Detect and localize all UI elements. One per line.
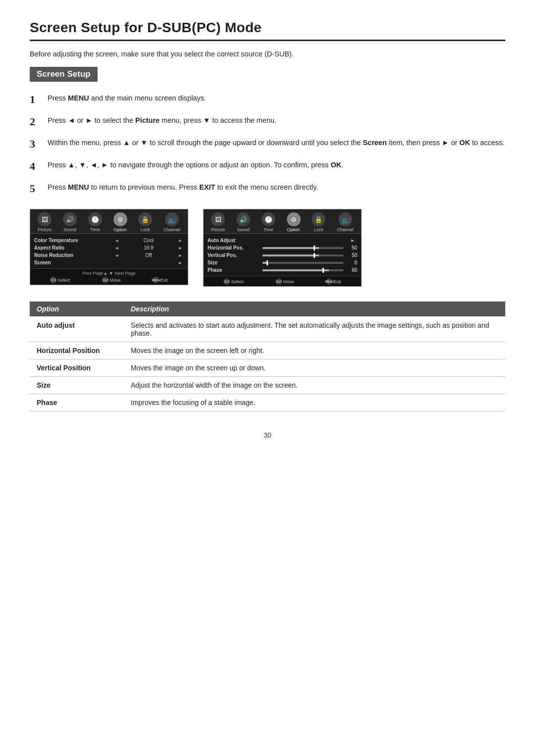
- left-menu-row-3: Screen►: [34, 259, 184, 266]
- table-option-3: Size: [30, 377, 124, 394]
- left-row-arrow-l-1: ◄: [113, 246, 120, 251]
- right-row-val-3: 0: [346, 260, 357, 265]
- icon-label-lock: Lock: [314, 227, 323, 232]
- left-menu-icons: 🖼Picture🔊Sound🕐Time⚙Option🔒Lock📺Channel: [30, 209, 188, 234]
- right-row-label-2: Vertical Pos.: [208, 252, 260, 258]
- menu-icon-channel: 📺Channel: [337, 212, 354, 232]
- step-text-4: Press ▲, ▼, ◄, ► to navigate through the…: [48, 159, 505, 170]
- right-footer-label-1: Move: [283, 279, 294, 284]
- right-row-val-4: 60: [346, 267, 357, 273]
- icon-circle-sound: 🔊: [236, 212, 250, 226]
- icon-circle-time: 🕐: [88, 212, 102, 226]
- left-footer-label-2: Exit: [160, 278, 167, 283]
- right-menu-row-4: Phase60: [208, 266, 357, 274]
- left-menu-box: 🖼Picture🔊Sound🕐Time⚙Option🔒Lock📺Channel …: [30, 209, 188, 285]
- right-row-label-4: Phase: [208, 267, 260, 273]
- menu-icon-channel: 📺Channel: [163, 212, 180, 232]
- right-footer-item-2: MenuExit: [326, 278, 341, 285]
- left-menu-content: Color Temperature◄Cool►Aspect Ratio◄16:9…: [30, 234, 188, 268]
- right-menu-row-0: Auto Adjust►: [208, 237, 357, 244]
- icon-circle-lock: 🔒: [312, 212, 325, 226]
- right-row-fill-4: [263, 269, 329, 271]
- menu-icon-lock: 🔒Lock: [138, 212, 152, 232]
- right-menu-box: 🖼Picture🔊Sound🕐Time⚙Option🔒Lock📺Channel …: [203, 209, 362, 287]
- menu-icon-option: ⚙Option: [113, 212, 127, 232]
- right-row-val-1: 50: [346, 245, 357, 251]
- table-option-1: Horizontal Position: [30, 342, 124, 359]
- step-num-4: 4: [30, 158, 48, 175]
- icon-circle-option: ⚙: [113, 212, 127, 226]
- left-menu-row-2: Noise Reduction◄Off►: [34, 252, 184, 259]
- right-row-label-3: Size: [208, 260, 260, 265]
- table-option-2: Vertical Position: [30, 359, 124, 377]
- title-divider: [30, 40, 505, 41]
- right-row-fill-2: [263, 254, 319, 256]
- step-num-2: 2: [30, 113, 48, 130]
- table-row-0: Auto adjustSelects and activates to star…: [30, 316, 505, 342]
- icon-circle-channel: 📺: [338, 212, 352, 226]
- left-footer-item-1: ⊙⊙Move: [102, 277, 120, 283]
- table-row-2: Vertical PositionMoves the image on the …: [30, 359, 505, 377]
- left-row-arrow-r-1: ►: [177, 246, 184, 251]
- table-desc-2: Moves the image on the screen up or down…: [124, 359, 505, 377]
- step-1: 1Press MENU and the main menu screen dis…: [30, 93, 505, 108]
- right-menu-row-3: Size0: [208, 259, 357, 266]
- right-row-track-3: [263, 262, 343, 264]
- step-text-5: Press MENU to return to previous menu. P…: [48, 182, 505, 193]
- right-row-track-4: [263, 269, 343, 271]
- right-footer-label-2: Exit: [333, 279, 341, 284]
- option-table: Option Description Auto adjustSelects an…: [30, 302, 505, 411]
- table-header-description: Description: [124, 302, 505, 316]
- left-footer-label-1: Move: [109, 278, 120, 283]
- page-number: 30: [30, 431, 505, 439]
- step-4: 4Press ▲, ▼, ◄, ► to navigate through th…: [30, 159, 505, 175]
- menu-icon-sound: 🔊Sound: [63, 212, 77, 232]
- left-footer-item-0: ⊙⊙Select: [50, 277, 70, 283]
- menu-icon-option: ⚙Option: [287, 212, 301, 232]
- icon-circle-sound: 🔊: [63, 212, 77, 226]
- menu-icon-time: 🕐Time: [88, 212, 102, 232]
- left-row-label-0: Color Temperature: [34, 238, 113, 243]
- icon-circle-time: 🕐: [262, 212, 275, 226]
- steps-list: 1Press MENU and the main menu screen dis…: [30, 93, 505, 197]
- left-footer-btn-0: ⊙⊙: [50, 277, 56, 283]
- right-row-track-1: [263, 247, 343, 249]
- left-row-label-3: Screen: [34, 260, 113, 265]
- right-menu-row-2: Vertical Pos.50: [208, 252, 357, 259]
- step-2: 2Press ◄ or ► to select the Picture menu…: [30, 115, 505, 130]
- icon-label-picture: Picture: [38, 227, 52, 232]
- right-row-fill-3: [263, 262, 267, 264]
- menu-icon-time: 🕐Time: [262, 212, 275, 232]
- table-row-4: PhaseImproves the focusing of a stable i…: [30, 394, 505, 411]
- left-row-value-1: 16:9: [120, 245, 177, 251]
- left-menu-row-1: Aspect Ratio◄16:9►: [34, 244, 184, 252]
- left-row-arrow-l-0: ◄: [113, 238, 120, 243]
- step-text-3: Within the menu, press ▲ or ▼ to scroll …: [48, 137, 505, 148]
- table-desc-4: Improves the focusing of a stable image.: [124, 394, 505, 411]
- step-text-1: Press MENU and the main menu screen disp…: [48, 93, 505, 103]
- left-row-value-2: Off: [120, 252, 177, 258]
- menu-icon-picture: 🖼Picture: [211, 212, 225, 232]
- right-footer-controls: ⊙⊙Select⊙⊙MoveMenuExit: [208, 278, 357, 285]
- menu-icon-sound: 🔊Sound: [236, 212, 250, 232]
- right-row-thumb-1: [314, 246, 315, 251]
- left-row-arrow-r-2: ►: [177, 253, 184, 258]
- left-row-label-2: Noise Reduction: [34, 252, 113, 258]
- icon-label-picture: Picture: [211, 227, 225, 232]
- table-option-0: Auto adjust: [30, 316, 124, 342]
- table-desc-3: Adjust the horizontal width of the image…: [124, 377, 505, 394]
- right-footer-item-1: ⊙⊙Move: [275, 278, 294, 285]
- table-desc-0: Selects and activates to start auto adju…: [124, 316, 505, 342]
- right-footer-btn-0: ⊙⊙: [223, 278, 230, 285]
- right-footer-label-0: Select: [231, 279, 243, 284]
- left-menu-row-0: Color Temperature◄Cool►: [34, 237, 184, 244]
- icon-label-channel: Channel: [163, 227, 180, 232]
- icon-circle-option: ⚙: [287, 212, 301, 226]
- right-row-track-2: [263, 254, 343, 256]
- right-row-label-1: Horizontal Pos.: [208, 245, 260, 251]
- left-footer-controls: ⊙⊙Select⊙⊙MoveMenuExit: [34, 277, 184, 283]
- menu-icon-lock: 🔒Lock: [312, 212, 325, 232]
- left-footer-item-2: MenuExit: [153, 277, 167, 283]
- icon-label-option: Option: [287, 227, 300, 232]
- step-num-3: 3: [30, 136, 48, 152]
